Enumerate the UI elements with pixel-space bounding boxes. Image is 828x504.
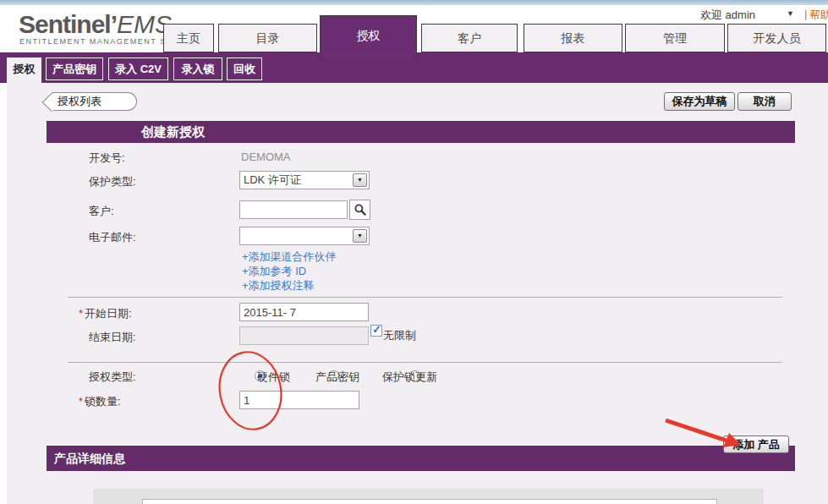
- lock-qty-label-text: 锁数量:: [85, 395, 121, 408]
- required-marker: *: [79, 307, 83, 320]
- entitlement-list-back-button[interactable]: 授权列表: [51, 92, 137, 111]
- add-channel-partner-link[interactable]: +添加渠道合作伙伴: [242, 249, 337, 265]
- radio-product-key-label[interactable]: 产品密钥: [315, 370, 359, 385]
- user-menu-caret-icon[interactable]: ▼: [787, 9, 794, 18]
- product-panel-inner-box: [142, 499, 717, 504]
- protection-type-label: 保护类型:: [89, 174, 136, 189]
- protection-type-select[interactable]: LDK 许可证 ▼: [239, 171, 370, 189]
- customer-input[interactable]: [239, 200, 348, 219]
- header-separator: |: [804, 8, 807, 20]
- lock-qty-input[interactable]: [239, 391, 359, 409]
- customer-search-button[interactable]: [349, 200, 370, 220]
- back-button-label: 授权列表: [58, 95, 101, 107]
- welcome-user-label[interactable]: 欢迎 admin: [700, 8, 755, 23]
- checkbox-check-icon: ✓: [372, 323, 381, 336]
- email-select[interactable]: ▼: [239, 227, 370, 245]
- subtab-checkin-key[interactable]: 录入锁: [173, 58, 222, 80]
- tab-admin[interactable]: 管理: [625, 24, 725, 52]
- tab-entitlements[interactable]: 授权: [320, 15, 417, 58]
- dropdown-arrow-icon[interactable]: ▼: [353, 229, 367, 243]
- tab-catalog[interactable]: 目录: [218, 24, 317, 52]
- logo-text: Sentinel: [19, 10, 111, 38]
- search-icon: [354, 203, 367, 216]
- section-title-create-entitlement: 创建新授权: [47, 121, 795, 143]
- add-product-button[interactable]: 添加 产品: [723, 436, 789, 453]
- end-date-label: 结束日期:: [89, 330, 136, 345]
- unlimited-label: 无限制: [383, 328, 416, 343]
- tab-reports[interactable]: 报表: [524, 24, 622, 52]
- unlimited-checkbox[interactable]: ✓: [370, 325, 382, 337]
- tab-developers[interactable]: 开发人员: [727, 24, 826, 52]
- lock-qty-label: *锁数量:: [79, 394, 121, 409]
- tab-customers[interactable]: 客户: [421, 24, 518, 52]
- entitlement-type-label: 授权类型:: [89, 370, 136, 385]
- content-area: [0, 83, 828, 504]
- protection-type-value: LDK 许可证: [240, 173, 351, 188]
- form-divider: [68, 362, 782, 363]
- section-title-product-details: 产品详细信息: [47, 446, 795, 471]
- start-date-label: *开始日期:: [79, 306, 132, 321]
- app-logo: Sentinel’EMS: [19, 10, 172, 39]
- radio-protection-key-update-label[interactable]: 保护锁更新: [382, 370, 437, 385]
- add-entitlement-note-link[interactable]: +添加授权注释: [242, 278, 315, 293]
- radio-hardware-key-label[interactable]: 硬件锁: [257, 370, 290, 385]
- developer-id-label: 开发号:: [89, 151, 125, 166]
- required-marker: *: [79, 395, 83, 408]
- form-divider: [68, 297, 782, 298]
- help-link[interactable]: 帮助: [809, 8, 828, 23]
- customer-label: 客户:: [89, 204, 114, 219]
- cancel-button[interactable]: 取消: [738, 92, 792, 111]
- dropdown-arrow-icon[interactable]: ▼: [353, 173, 367, 187]
- page-left-margin: [0, 83, 7, 504]
- subtab-product-keys[interactable]: 产品密钥: [46, 58, 103, 80]
- tab-home[interactable]: 主页: [163, 24, 214, 52]
- email-label: 电子邮件:: [89, 230, 136, 245]
- end-date-input: [239, 326, 369, 345]
- start-date-input[interactable]: [239, 303, 369, 321]
- developer-id-value: DEMOMA: [241, 151, 291, 163]
- subtab-entitlements[interactable]: 授权: [7, 58, 41, 83]
- save-as-draft-button[interactable]: 保存为草稿: [664, 92, 735, 111]
- subtab-checkin-c2v[interactable]: 录入 C2V: [108, 58, 168, 80]
- subtab-revoke[interactable]: 回收: [227, 58, 262, 80]
- start-date-label-text: 开始日期:: [85, 307, 132, 320]
- browser-edge: [0, 0, 828, 5]
- add-ref-id-link[interactable]: +添加参考 ID: [242, 264, 306, 279]
- sentinel-ems-window: Sentinel’EMS ENTITLEMENT MANAGEMENT SYST…: [0, 0, 828, 504]
